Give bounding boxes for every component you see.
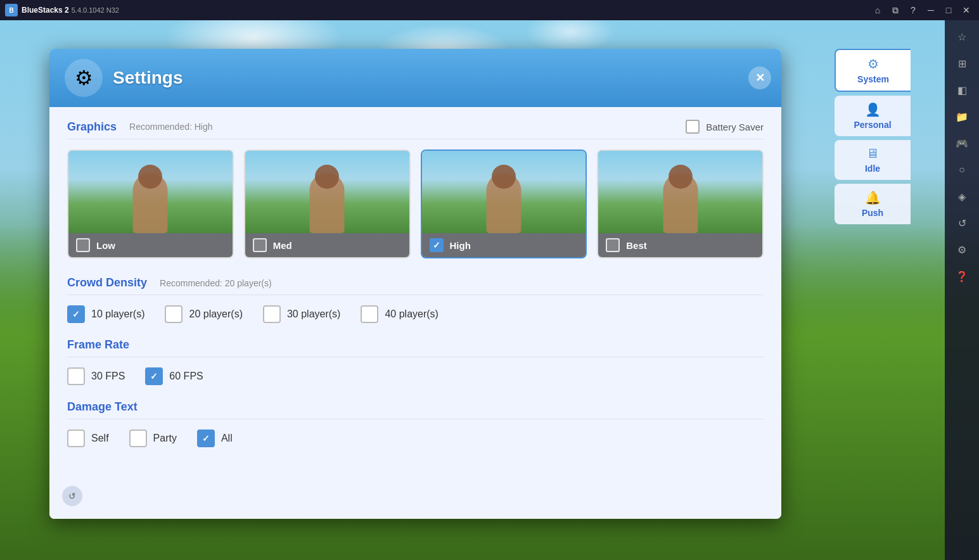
tab-system[interactable]: ⚙ System: [835, 49, 911, 92]
home-button[interactable]: ⌂: [870, 3, 885, 18]
sidebar-icon-8[interactable]: ↺: [949, 212, 975, 234]
damage-text-title: Damage Text: [67, 400, 138, 414]
graphics-recommended: Recommended: High: [129, 122, 213, 132]
sidebar-icon-10[interactable]: ❓: [949, 265, 975, 288]
close-button[interactable]: ✕: [959, 3, 974, 18]
personal-icon: 👤: [865, 102, 881, 117]
crowd-30p-label: 30 player(s): [287, 309, 340, 320]
graphics-section-header: Graphics Recommended: High Battery Saver: [67, 120, 764, 139]
crowd-40p-checkbox[interactable]: [361, 305, 378, 323]
dialog-body: Graphics Recommended: High Battery Saver: [49, 107, 781, 519]
crowd-density-options: ✓ 10 player(s) 20 player(s) 30 player(s)…: [67, 305, 764, 323]
sidebar-icon-1[interactable]: ☆: [949, 25, 975, 48]
sidebar-icon-7[interactable]: ◈: [949, 185, 975, 208]
damage-self-option[interactable]: Self: [67, 430, 109, 447]
push-icon: 🔔: [865, 190, 881, 205]
sidebar-icon-2[interactable]: ⊞: [949, 52, 975, 75]
crowd-20p-checkbox[interactable]: [165, 305, 182, 323]
crowd-10p-checkbox[interactable]: ✓: [67, 305, 85, 323]
low-label: Low: [96, 240, 115, 251]
crowd-density-title: Crowd Density: [67, 276, 147, 290]
damage-all-checkbox[interactable]: ✓: [197, 430, 215, 447]
high-checkmark: ✓: [433, 240, 440, 250]
sidebar-icon-6[interactable]: ○: [949, 158, 975, 181]
dialog-title: Settings: [113, 68, 182, 88]
fps-30-checkbox[interactable]: [67, 367, 85, 385]
fps-60-checkmark: ✓: [150, 371, 158, 381]
fps-30-label: 30 FPS: [91, 371, 125, 382]
app-version: 5.4.0.1042 N32: [72, 6, 119, 14]
sidebar-icon-3[interactable]: ◧: [949, 79, 975, 101]
frame-rate-options: 30 FPS ✓ 60 FPS: [67, 367, 764, 385]
fps-60-label: 60 FPS: [169, 371, 203, 382]
battery-saver-label: Battery Saver: [706, 122, 764, 132]
graphics-med-image: [245, 151, 409, 233]
crowd-20p-option[interactable]: 20 player(s): [165, 305, 242, 323]
med-checkbox[interactable]: [253, 238, 267, 252]
crowd-20p-label: 20 player(s): [189, 309, 242, 320]
best-checkbox[interactable]: [606, 238, 620, 252]
damage-text-options: Self Party ✓ All: [67, 430, 764, 447]
graphics-option-best[interactable]: Best: [597, 150, 764, 258]
crowd-10p-label: 10 player(s): [91, 309, 144, 320]
close-icon: ✕: [755, 71, 765, 85]
sidebar-icon-5[interactable]: 🎮: [949, 132, 975, 155]
graphics-best-image: [598, 151, 762, 233]
right-panel: ⚙ System 👤 Personal 🖥 Idle 🔔 Push: [835, 49, 911, 224]
frame-rate-title: Frame Rate: [67, 338, 129, 352]
crowd-40p-label: 40 player(s): [385, 309, 438, 320]
crowd-40p-option[interactable]: 40 player(s): [361, 305, 438, 323]
minimize-button[interactable]: ─: [923, 3, 938, 18]
sidebar-icon-9[interactable]: ⚙: [949, 238, 975, 261]
frame-rate-section-header: Frame Rate: [67, 338, 764, 357]
settings-dialog: ⚙ Settings ✕ Graphics Recommended: High …: [49, 49, 781, 519]
tab-push[interactable]: 🔔 Push: [835, 184, 911, 224]
copy-button[interactable]: ⧉: [888, 3, 903, 18]
graphics-med-label: Med: [245, 233, 409, 257]
damage-all-label: All: [221, 433, 233, 444]
graphics-option-high[interactable]: ✓ High: [421, 150, 587, 258]
low-checkbox[interactable]: [76, 238, 90, 252]
battery-saver-checkbox[interactable]: [686, 120, 700, 134]
fps-60-checkbox[interactable]: ✓: [145, 367, 163, 385]
crowd-30p-option[interactable]: 30 player(s): [263, 305, 340, 323]
crowd-10p-checkmark: ✓: [72, 309, 80, 319]
damage-self-checkbox[interactable]: [67, 430, 85, 447]
tab-idle[interactable]: 🖥 Idle: [835, 140, 911, 180]
high-checkbox[interactable]: ✓: [430, 238, 444, 252]
graphics-option-med[interactable]: Med: [244, 150, 411, 258]
graphics-option-low[interactable]: Low: [67, 150, 234, 258]
crowd-30p-checkbox[interactable]: [263, 305, 281, 323]
main-area: ⚙ System 👤 Personal 🖥 Idle 🔔 Push ⚙ Sett…: [0, 20, 945, 560]
battery-saver-area: Battery Saver: [686, 120, 764, 134]
damage-all-option[interactable]: ✓ All: [197, 430, 233, 447]
fps-30-option[interactable]: 30 FPS: [67, 367, 125, 385]
damage-party-label: Party: [153, 433, 177, 444]
titlebar: B BlueStacks 2 5.4.0.1042 N32 ⌂ ⧉ ? ─ □ …: [0, 0, 979, 20]
sidebar-icon-4[interactable]: 📁: [949, 105, 975, 128]
gear-icon: ⚙: [75, 66, 93, 90]
help-button[interactable]: ?: [905, 3, 921, 18]
tab-personal[interactable]: 👤 Personal: [835, 96, 911, 136]
system-icon: ⚙: [867, 56, 879, 72]
best-label: Best: [626, 240, 647, 251]
maximize-button[interactable]: □: [941, 3, 956, 18]
damage-party-checkbox[interactable]: [129, 430, 147, 447]
dialog-header: ⚙ Settings ✕: [49, 49, 781, 107]
tab-push-label: Push: [862, 208, 883, 218]
graphics-options: Low Med: [67, 150, 764, 258]
high-label: High: [450, 240, 471, 251]
damage-text-section-header: Damage Text: [67, 400, 764, 419]
idle-icon: 🖥: [866, 146, 879, 161]
titlebar-controls: ⌂ ⧉ ? ─ □ ✕: [870, 3, 974, 18]
dialog-close-button[interactable]: ✕: [748, 67, 771, 89]
damage-all-checkmark: ✓: [202, 433, 210, 443]
app-name: BlueStacks 2: [22, 6, 69, 15]
tab-idle-label: Idle: [865, 163, 880, 174]
damage-party-option[interactable]: Party: [129, 430, 177, 447]
crowd-10p-option[interactable]: ✓ 10 player(s): [67, 305, 144, 323]
fps-60-option[interactable]: ✓ 60 FPS: [145, 367, 203, 385]
right-sidebar: ☆ ⊞ ◧ 📁 🎮 ○ ◈ ↺ ⚙ ❓: [945, 20, 979, 560]
crowd-density-recommended: Recommended: 20 player(s): [160, 278, 272, 288]
scroll-back-button[interactable]: ↺: [62, 486, 82, 506]
